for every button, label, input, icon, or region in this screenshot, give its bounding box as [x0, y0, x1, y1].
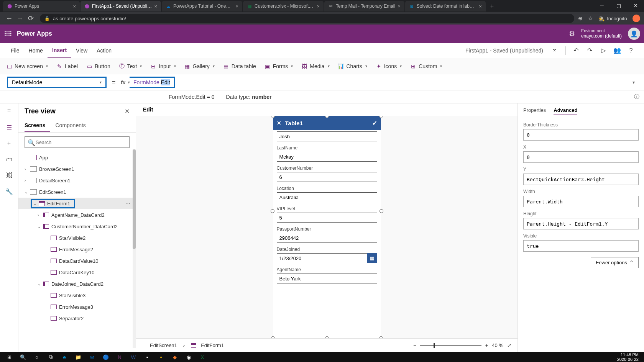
reload-button[interactable]: ⟳ [25, 14, 36, 23]
tree-node[interactable]: ⌄DateJoined_DataCard2 [18, 278, 136, 290]
tree-search-input[interactable] [25, 136, 130, 148]
charts-button[interactable]: 📊Charts▾ [338, 63, 367, 69]
forms-button[interactable]: ▣Forms▾ [264, 63, 293, 69]
submit-icon[interactable]: ✓ [372, 120, 377, 127]
browser-tab[interactable]: 🟣Power Apps× [3, 1, 80, 11]
tree-node[interactable]: ⌄CustomerNumber_DataCard2 [18, 221, 136, 232]
profile-avatar[interactable] [632, 15, 640, 22]
width-input[interactable] [523, 196, 639, 207]
tree-node[interactable]: ›AgentName_DataCard2 [18, 209, 136, 221]
tree-node[interactable]: StarVisible2 [18, 232, 136, 244]
menu-view[interactable]: View [71, 43, 92, 58]
firstname-input[interactable] [277, 131, 377, 141]
zoom-slider[interactable] [420, 345, 481, 346]
tree-node[interactable]: DataCardValue10 [18, 255, 136, 267]
help-icon[interactable]: ⓘ [634, 93, 639, 100]
start-button[interactable]: ⊞ [2, 352, 16, 362]
zoom-icon[interactable]: ⊕ [578, 15, 583, 21]
environment-icon[interactable]: ⚙ [569, 29, 575, 38]
redo-icon[interactable]: ↷ [583, 47, 596, 54]
maximize-button[interactable]: ▢ [610, 0, 627, 11]
new-screen-button[interactable]: ▢New screen▾ [6, 63, 48, 69]
browser-tab[interactable]: 🟣FirstApp1 - Saved (Unpublished)× [80, 1, 161, 11]
icons-button[interactable]: ✦Icons▾ [376, 63, 402, 69]
terminal-icon[interactable]: ▪ [140, 352, 154, 362]
onenote-icon[interactable]: N [113, 352, 127, 362]
tree-node[interactable]: ⌄EditScreen1 [18, 186, 136, 198]
tree-node[interactable]: StarVisible3 [18, 290, 136, 301]
browser-tab[interactable]: ✉Temp Mail - Temporary Email× [324, 1, 404, 11]
minimize-button[interactable]: ─ [593, 0, 610, 11]
menu-action[interactable]: Action [92, 43, 116, 58]
back-button[interactable]: ← [4, 15, 15, 23]
tools-icon[interactable]: 🔧 [5, 188, 13, 195]
help-icon[interactable]: ? [624, 47, 638, 54]
chrome-icon[interactable]: 🔵 [99, 352, 113, 362]
close-icon[interactable]: × [154, 3, 157, 9]
label-button[interactable]: ✎Label [56, 63, 78, 69]
tree-view-icon[interactable]: ☰ [5, 123, 13, 131]
obs-icon[interactable]: ◉ [182, 352, 196, 362]
hamburger-icon[interactable]: ≡ [5, 107, 13, 115]
lastname-input[interactable] [277, 152, 377, 162]
passport-input[interactable] [277, 233, 377, 243]
formula-expand-icon[interactable]: ▾ [632, 80, 637, 85]
tree-node[interactable]: ErrorMessage3 [18, 301, 136, 313]
search-icon[interactable]: 🔍 [16, 352, 30, 362]
close-panel-icon[interactable]: ✕ [125, 108, 130, 115]
app-launcher-icon[interactable]: ⠿⠿ [4, 30, 12, 38]
visible-input[interactable] [523, 240, 639, 252]
tree-node-editform[interactable]: ⌄EditForm1 ⋯ [18, 198, 136, 209]
agentname-input[interactable] [277, 274, 377, 283]
calendar-icon[interactable]: ▦ [367, 253, 377, 263]
data-icon[interactable]: 🗃 [5, 156, 13, 163]
tree-node[interactable]: Separator2 [18, 313, 136, 324]
zoom-in-icon[interactable]: + [485, 342, 488, 348]
x-input[interactable] [523, 151, 639, 163]
media-icon[interactable]: 🖼 [5, 172, 13, 179]
mail-icon[interactable]: ✉ [85, 352, 99, 362]
browser-tab[interactable]: ☁PowerApps Tutorial - OneDrive× [162, 1, 242, 11]
preview-icon[interactable]: ▷ [596, 47, 610, 54]
datatable-button[interactable]: ▤Data table [223, 63, 256, 69]
bookmark-icon[interactable]: ☆ [588, 15, 593, 21]
close-icon[interactable]: × [479, 3, 482, 9]
input-button[interactable]: ⊟Input▾ [150, 63, 176, 69]
menu-insert[interactable]: Insert [48, 43, 71, 58]
edit-form-preview[interactable]: ✕ Table1 ✓ LastName CustomerNumber [273, 116, 381, 338]
customernumber-input[interactable] [277, 172, 377, 182]
cortana-icon[interactable]: ○ [30, 352, 44, 362]
notes-icon[interactable]: ▪ [154, 352, 168, 362]
custom-button[interactable]: ⊞Custom▾ [410, 63, 442, 69]
excel-icon[interactable]: X [196, 352, 209, 362]
viplevel-input[interactable] [277, 213, 377, 223]
close-window-button[interactable]: ✕ [627, 0, 644, 11]
formula-input[interactable]: FormMode.Edit [130, 77, 175, 88]
new-tab-button[interactable]: + [486, 3, 498, 10]
forward-button[interactable]: → [15, 15, 25, 23]
breadcrumb[interactable]: EditForm1 [191, 342, 224, 348]
tree-node-app[interactable]: App [18, 152, 136, 163]
more-icon[interactable]: ⋯ [125, 201, 130, 206]
explorer-icon[interactable]: 📁 [71, 352, 85, 362]
tab-advanced[interactable]: Advanced [554, 107, 577, 115]
fit-icon[interactable]: ⤢ [507, 342, 511, 348]
address-bar[interactable]: 🔒as.create.powerapps.com/studio/ [40, 14, 574, 23]
app-checker-icon[interactable]: ᯅ [549, 47, 562, 54]
datejoined-input[interactable] [277, 253, 367, 263]
tab-properties[interactable]: Properties [523, 107, 546, 115]
breadcrumb[interactable]: EditScreen1 [142, 342, 177, 348]
edge-icon[interactable]: e [58, 352, 71, 362]
tree-node[interactable]: DataCardKey10 [18, 267, 136, 278]
tree-node[interactable]: ErrorMessage2 [18, 244, 136, 255]
fewer-options-button[interactable]: Fewer options⌃ [591, 257, 639, 268]
close-icon[interactable]: × [73, 3, 76, 9]
system-clock[interactable]: 11:48 PM 2020-06-22 [617, 352, 642, 362]
browser-tab[interactable]: ▦Customers.xlsx - Microsoft Excel× [243, 1, 324, 11]
menu-home[interactable]: Home [24, 43, 48, 58]
blender-icon[interactable]: ◆ [168, 352, 182, 362]
property-dropdown[interactable]: DefaultMode▾ [7, 77, 107, 88]
tree-node[interactable]: ›BrowseScreen1 [18, 163, 136, 175]
close-icon[interactable]: × [235, 3, 238, 9]
media-button[interactable]: 🖼Media▾ [301, 63, 329, 69]
